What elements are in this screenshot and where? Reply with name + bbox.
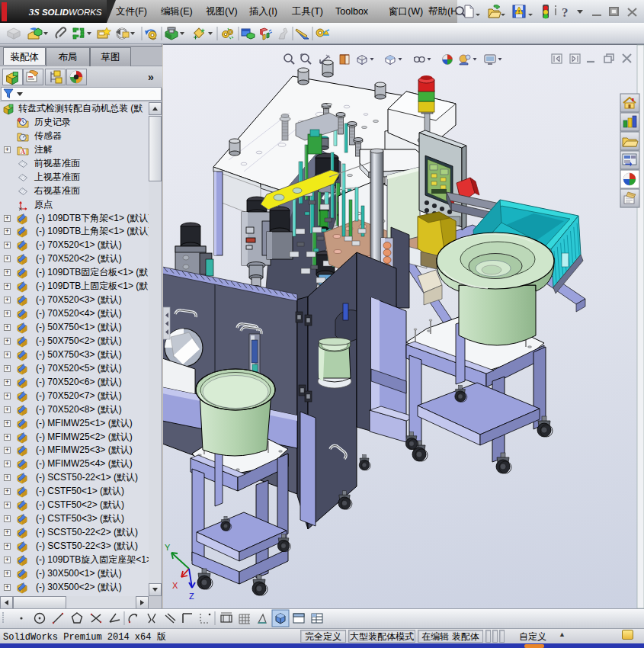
svg-text:?: ? — [562, 5, 569, 20]
svg-text:Z: Z — [189, 592, 194, 601]
svg-text:X: X — [172, 581, 178, 590]
svg-text:!: ! — [518, 9, 520, 14]
svg-text:Y: Y — [165, 543, 171, 552]
